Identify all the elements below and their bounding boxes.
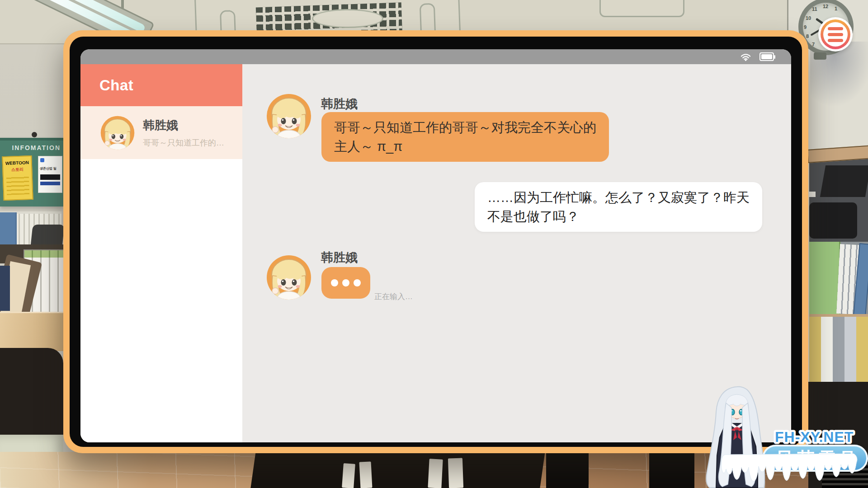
- desk-silhouette: [250, 452, 545, 488]
- info-poster: 생존산업 일: [38, 156, 62, 193]
- hamburger-icon: [821, 19, 850, 49]
- book-stack: [0, 266, 10, 311]
- table-leg: [649, 452, 694, 488]
- message-sender: 韩胜娥: [321, 249, 358, 266]
- contact-row[interactable]: 韩胜娥 哥哥～只知道工作的…: [80, 106, 242, 159]
- contact-preview: 哥哥～只知道工作的…: [143, 137, 224, 148]
- message-line: 哥哥～只知道工作的哥哥～对我完全不关心的: [334, 118, 596, 137]
- chat-app: Chat 韩胜娥 哥哥～只知道工作的… 韩胜娥: [80, 64, 791, 442]
- message-avatar: [266, 255, 311, 300]
- desk-shadow: [0, 348, 63, 437]
- status-bar: [80, 49, 791, 64]
- typing-label: 正在输入…: [374, 291, 413, 302]
- tablet-screen: Chat 韩胜娥 哥哥～只知道工作的… 韩胜娥: [80, 49, 791, 442]
- board-title: INFOMATION: [12, 144, 61, 151]
- poster-title: WEBTOON: [3, 160, 31, 166]
- office-chair: [30, 225, 64, 247]
- table-leg: [546, 452, 589, 488]
- watermark: 风花雪月 FH-XY.NET: [695, 383, 868, 488]
- clock-number: 9: [804, 24, 807, 30]
- bookshelf-row: [809, 314, 868, 385]
- clock-number: 12: [823, 4, 828, 9]
- typing-indicator: [321, 267, 370, 299]
- message-bubble-right: ……因为工作忙嘛。怎么了？又寂寞了？昨天 不是也做了吗？: [475, 182, 762, 232]
- clock-stem: [814, 52, 826, 60]
- clock-number: 11: [812, 6, 817, 12]
- game-scene: 12 1 11 10 9 8 7 INFOMATION WEBTOON 스토리 …: [0, 0, 868, 488]
- message-line: 主人～ π_π: [334, 137, 596, 156]
- message-line: ……因为工作忙嘛。怎么了？又寂寞了？昨天: [487, 188, 750, 207]
- menu-button[interactable]: [818, 17, 853, 52]
- right-cabinet: [809, 154, 868, 242]
- poster-subtitle: 스토리: [3, 166, 31, 173]
- tablet-bezel: Chat 韩胜娥 哥哥～只知道工作的… 韩胜娥: [70, 37, 802, 447]
- contact-name: 韩胜娥: [143, 117, 224, 133]
- message-sender: 韩胜娥: [321, 96, 358, 112]
- app-title: Chat: [99, 77, 133, 94]
- clock-number: 1: [835, 6, 837, 11]
- wifi-icon: [740, 53, 751, 61]
- bookshelf-row: [809, 242, 868, 314]
- message-bubble-left: 哥哥～只知道工作的哥哥～对我完全不关心的 主人～ π_π: [321, 112, 609, 162]
- poster-text: 생존산업 일: [40, 166, 57, 171]
- clock-number: 10: [806, 15, 811, 21]
- message-avatar: [266, 94, 311, 139]
- ceiling-lamp: [312, 9, 383, 28]
- webtoon-poster: WEBTOON 스토리: [2, 155, 33, 201]
- watermark-site: FH-XY.NET: [775, 429, 854, 445]
- message-line: 不是也做了吗？: [487, 207, 750, 226]
- board-pin: [32, 132, 37, 137]
- battery-icon: [760, 52, 774, 61]
- contact-avatar: [100, 116, 135, 150]
- clock-number: 7: [812, 42, 815, 47]
- clock-number: 8: [806, 33, 809, 39]
- ceiling-vent-small: [599, 0, 684, 17]
- sidebar: Chat 韩胜娥 哥哥～只知道工作的…: [80, 64, 242, 442]
- sidebar-header: Chat: [80, 64, 242, 106]
- blue-cabinet: [0, 212, 17, 247]
- contact-meta: 韩胜娥 哥哥～只知道工作的…: [143, 117, 224, 148]
- wooden-desk: [0, 312, 63, 351]
- bulletin-board: INFOMATION WEBTOON 스토리 생존산업 일: [0, 138, 63, 206]
